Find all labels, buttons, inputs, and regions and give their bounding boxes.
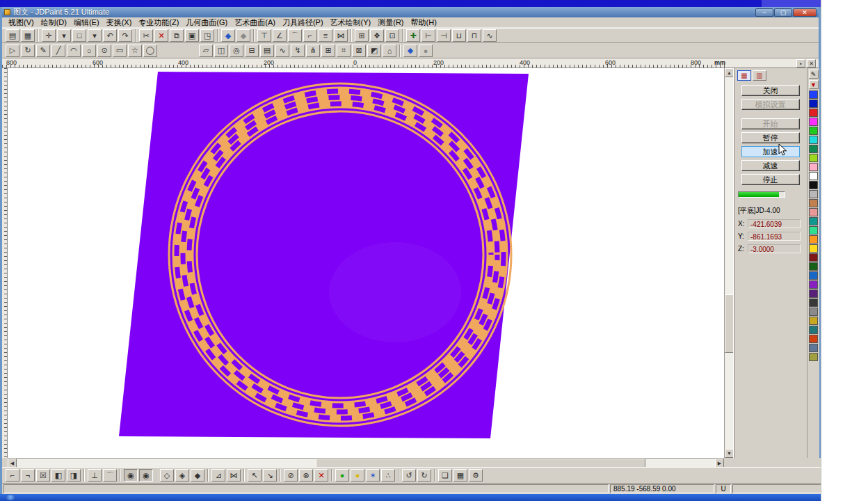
palette-swatch[interactable]	[809, 127, 818, 135]
palette-swatch[interactable]	[809, 145, 818, 153]
palette-swatch[interactable]	[809, 208, 818, 216]
sim-accelerate-button[interactable]: 加速	[741, 146, 800, 157]
palette-swatch[interactable]	[809, 217, 818, 225]
polygon-tool[interactable]: ◯	[143, 45, 157, 57]
break-button[interactable]: ⊓	[467, 29, 481, 42]
center-snap-button[interactable]: ◆	[191, 469, 204, 482]
stamp-gray-icon-button[interactable]: ●	[419, 45, 433, 57]
palette-swatch[interactable]	[809, 199, 818, 207]
trim-button[interactable]: ⊣	[437, 29, 451, 42]
shield2-blue-icon-button[interactable]: ◆	[403, 45, 417, 57]
palette-swatch[interactable]	[809, 190, 818, 198]
fillet-button[interactable]: ⌒	[288, 29, 302, 42]
palette-swatch[interactable]	[809, 280, 818, 289]
angle-snap-button[interactable]: ⊿	[211, 469, 225, 482]
add-node-button[interactable]: ✚	[406, 29, 420, 42]
copy-button[interactable]: ⧉	[170, 29, 184, 42]
menu-item-toolpath[interactable]: 刀具路径(P)	[279, 17, 327, 27]
panel-dock-button[interactable]: ▪	[796, 59, 805, 67]
menu-item-measure[interactable]: 测量(R)	[374, 17, 407, 27]
cancel-button[interactable]: ✕	[314, 469, 328, 482]
palette-swatch[interactable]	[809, 262, 818, 271]
menu-item-art-draw[interactable]: 艺术绘制(Y)	[327, 17, 375, 27]
shield-gray-icon-button[interactable]: ◆	[236, 29, 250, 42]
rotate-cw-button[interactable]: ↻	[417, 469, 431, 482]
redo-button[interactable]: ↷	[118, 29, 132, 42]
vertical-scrollbar[interactable]: ▲ ▼	[724, 68, 733, 458]
pattern-branch-button[interactable]: ⋔	[306, 45, 320, 57]
start-button[interactable]	[6, 495, 15, 500]
circle-tool[interactable]: ○	[82, 45, 96, 57]
star-tool[interactable]: ☆	[128, 45, 142, 57]
horizontal-scrollbar[interactable]: ◀ ▶	[8, 458, 724, 467]
tangent-snap-button[interactable]: ⌒	[103, 469, 117, 482]
measure-height-button[interactable]: ⊤	[257, 29, 271, 42]
palette-swatch[interactable]	[809, 136, 818, 144]
palette-swatch[interactable]	[809, 289, 818, 298]
palette-swatch[interactable]	[809, 154, 818, 162]
palette-swatch[interactable]	[809, 235, 818, 244]
undo-button[interactable]: ↶	[103, 29, 117, 42]
menu-item-art-surface[interactable]: 艺术曲面(A)	[231, 17, 279, 27]
paste-special-button[interactable]: ◳	[200, 29, 214, 42]
smooth-button[interactable]: ∿	[483, 29, 497, 42]
pattern-row-button[interactable]: ▱	[199, 45, 213, 57]
palette-scroll-down-button[interactable]: ▼	[809, 80, 819, 89]
intersect-snap-button[interactable]: ⋈	[227, 469, 241, 482]
view-manager-button[interactable]: ▤	[6, 29, 19, 42]
line-tool[interactable]: ╱	[51, 45, 65, 57]
paste-button[interactable]: ▣	[185, 29, 199, 42]
polar-button[interactable]: ◨	[67, 469, 81, 482]
delete-button[interactable]: ✕	[154, 29, 168, 42]
rotate-ccw-button[interactable]: ↺	[402, 469, 416, 482]
pen-tool[interactable]: ✎	[36, 45, 50, 57]
weld-button[interactable]: ⊔	[452, 29, 466, 42]
pattern-spiral-button[interactable]: ↯	[291, 45, 305, 57]
palette-swatch[interactable]	[809, 253, 818, 262]
pattern-ring-button[interactable]: ◎	[230, 45, 243, 57]
pen-icon-button[interactable]: ✎	[809, 70, 819, 79]
menu-item-view[interactable]: 视图(V)	[5, 17, 38, 27]
palette-swatch[interactable]	[809, 109, 818, 117]
menu-item-geometry-surface[interactable]: 几何曲面(G)	[182, 17, 231, 27]
taskbar[interactable]	[0, 494, 868, 501]
vertex-snap-button[interactable]: ◇	[160, 469, 174, 482]
palette-swatch[interactable]	[809, 172, 818, 180]
palette-swatch[interactable]	[809, 271, 818, 280]
select-tool[interactable]: ▷	[6, 45, 19, 57]
chamfer-button[interactable]: ⌐	[303, 29, 317, 42]
palette-swatch[interactable]	[809, 226, 818, 234]
grid-snap-button[interactable]: ☒	[36, 469, 50, 482]
pattern-wave-button[interactable]: ∿	[275, 45, 289, 57]
osnap-toggle-button[interactable]: ◉	[139, 469, 153, 482]
sim-stop-button[interactable]: 停止	[741, 174, 800, 185]
group-button[interactable]: ⊡	[385, 29, 399, 42]
select-mode-button[interactable]: □	[72, 29, 86, 42]
select-mode-dropdown[interactable]: ▾	[88, 29, 102, 42]
palette-swatch[interactable]	[809, 326, 818, 334]
arc-tool[interactable]: ◠	[67, 45, 81, 57]
save-button[interactable]: ▦	[21, 29, 35, 42]
sim-decelerate-button[interactable]: 减速	[741, 160, 800, 171]
menu-item-edit[interactable]: 编辑(E)	[70, 17, 103, 27]
palette-swatch[interactable]	[809, 344, 818, 352]
render-button[interactable]: ✶	[366, 469, 380, 482]
pattern-array-button[interactable]: ⊞	[321, 45, 335, 57]
palette-swatch[interactable]	[809, 335, 818, 343]
palette-swatch[interactable]	[809, 353, 818, 361]
pick-up-button[interactable]: ↖	[248, 469, 262, 482]
pattern-grid-button[interactable]: ▤	[260, 45, 274, 57]
pattern-texture-button[interactable]: ⌂	[383, 45, 396, 57]
ortho-button[interactable]: ◧	[51, 469, 65, 482]
track-point-dropdown[interactable]: ▾	[57, 29, 71, 42]
pattern-hatch-button[interactable]: ⌗	[337, 45, 351, 57]
rotate-view-tool[interactable]: ↻	[21, 45, 35, 57]
settings-button[interactable]: ⚙	[469, 469, 483, 482]
menu-item-pro-functions[interactable]: 专业功能(Z)	[135, 17, 182, 27]
light-warn-button[interactable]: ●	[351, 469, 364, 482]
titlebar[interactable]: 图文 - JDPaint 5.21 Ultimate – ▢ ✕	[2, 7, 819, 17]
menu-item-draw[interactable]: 绘制(D)	[38, 17, 70, 27]
close-button[interactable]: ✕	[793, 8, 817, 17]
pattern-cross-button[interactable]: ⊠	[352, 45, 366, 57]
palette-swatch[interactable]	[809, 299, 818, 307]
